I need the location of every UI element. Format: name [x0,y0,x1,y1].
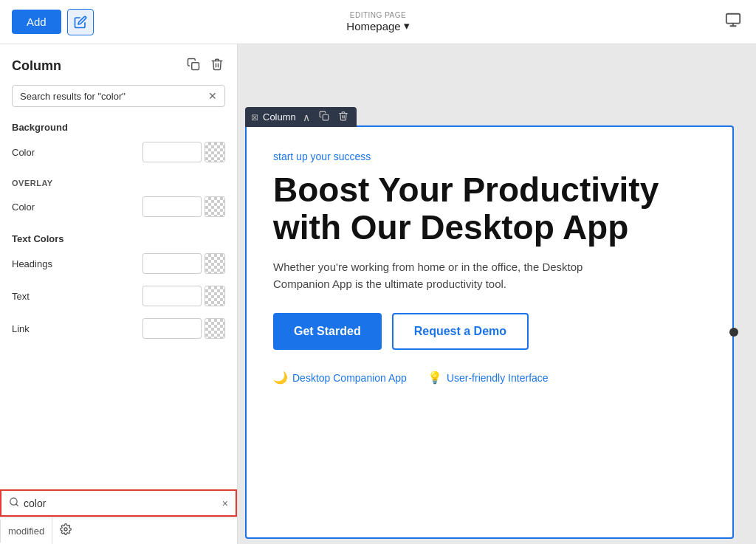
top-toolbar: Add EDITING PAGE Homepage ▾ [0,0,756,44]
request-demo-button[interactable]: Request a Demo [392,313,529,350]
panel-header: Column [0,44,237,82]
preview-description: Whether you're working from home or in t… [273,259,628,292]
search-clear-button[interactable]: ✕ [208,90,217,102]
search-input[interactable] [24,497,218,509]
editing-page-label: EDITING PAGE Homepage ▾ [346,11,409,32]
preview-buttons: Get Starded Request a Demo [273,313,706,350]
overlay-color-checker[interactable] [205,196,225,217]
text-color-picker[interactable] [142,286,225,306]
overlay-color-label: Color [12,202,35,213]
background-section-label: Background [0,113,237,136]
search-results-text: Search results for "color" [20,91,208,102]
feature-interface: 💡 User-friendly Interface [427,371,549,385]
bulb-icon: 💡 [427,371,442,385]
search-input-clear-button[interactable]: × [222,497,228,509]
link-color-label: Link [12,323,30,334]
text-colors-section-label: Text Colors [0,223,237,247]
svg-rect-0 [726,14,740,24]
headings-color-checker[interactable] [205,253,225,274]
preview-panel: start up your success Boost Your Product… [245,125,734,539]
preview-tagline: start up your success [273,151,706,162]
headings-color-picker[interactable] [142,253,225,274]
link-color-picker[interactable] [142,318,225,339]
text-color-row: Text [0,280,237,312]
duplicate-button[interactable] [185,56,202,76]
settings-button[interactable] [52,517,79,544]
svg-line-5 [16,504,18,506]
column-delete-button[interactable] [336,110,351,124]
background-color-picker[interactable] [142,142,225,162]
column-expand-button[interactable]: ∧ [300,111,312,124]
column-toolbar-label: Column [263,111,296,123]
overlay-section-label: OVERLAY [0,168,237,190]
background-color-label: Color [12,147,35,158]
background-color-swatch[interactable] [142,142,202,162]
panel-content: Background Color OVERLAY Color Text Colo… [0,113,237,489]
main-layout: Column [0,44,756,544]
column-toolbar-icon: ⊠ [251,112,258,123]
headings-color-swatch[interactable] [142,253,202,274]
panel-title: Column [12,58,61,74]
resize-handle[interactable] [729,328,738,337]
link-color-row: Link [0,312,237,345]
bottom-search-bar[interactable]: × [0,489,237,517]
monitor-icon[interactable] [725,12,741,32]
modified-button[interactable]: modified [0,520,52,543]
feature-desktop-label: Desktop Companion App [292,372,407,384]
svg-rect-7 [323,114,329,120]
overlay-color-row: Color [0,190,237,223]
svg-point-6 [64,528,67,531]
background-color-row: Color [0,136,237,168]
feature-interface-label: User-friendly Interface [447,372,549,384]
bottom-toolbar: modified [0,517,237,544]
search-results-bar: Search results for "color" ✕ [12,85,225,107]
edit-icon-button[interactable] [67,9,94,35]
preview-heading: Boost Your Productivity with Our Desktop… [273,171,706,246]
editing-page-text: EDITING PAGE [350,11,406,19]
canvas-area: ⊠ Column ∧ start up your success [238,44,756,544]
svg-rect-3 [192,63,199,70]
headings-color-label: Headings [12,258,52,269]
link-color-checker[interactable] [205,318,225,339]
feature-desktop: 🌙 Desktop Companion App [273,371,407,385]
column-toolbar: ⊠ Column ∧ [245,107,357,127]
column-duplicate-button[interactable] [317,110,331,124]
panel-icons [185,56,225,76]
overlay-color-picker[interactable] [142,196,225,217]
chevron-down-icon: ▾ [404,19,410,32]
overlay-color-swatch[interactable] [142,196,202,217]
delete-button[interactable] [209,56,225,76]
text-color-swatch[interactable] [142,286,202,306]
left-panel: Column [0,44,238,544]
background-color-checker[interactable] [205,142,225,162]
headings-color-row: Headings [0,247,237,280]
moon-icon: 🌙 [273,371,288,385]
add-button[interactable]: Add [12,10,61,34]
editing-page-name[interactable]: Homepage ▾ [346,19,409,32]
preview-features: 🌙 Desktop Companion App 💡 User-friendly … [273,371,706,385]
text-color-label: Text [12,291,30,302]
link-color-swatch[interactable] [142,318,202,339]
text-color-checker[interactable] [205,286,225,306]
get-started-button[interactable]: Get Starded [273,313,382,350]
bottom-toolbar-container: × modified [0,489,237,544]
search-icon [9,497,19,509]
